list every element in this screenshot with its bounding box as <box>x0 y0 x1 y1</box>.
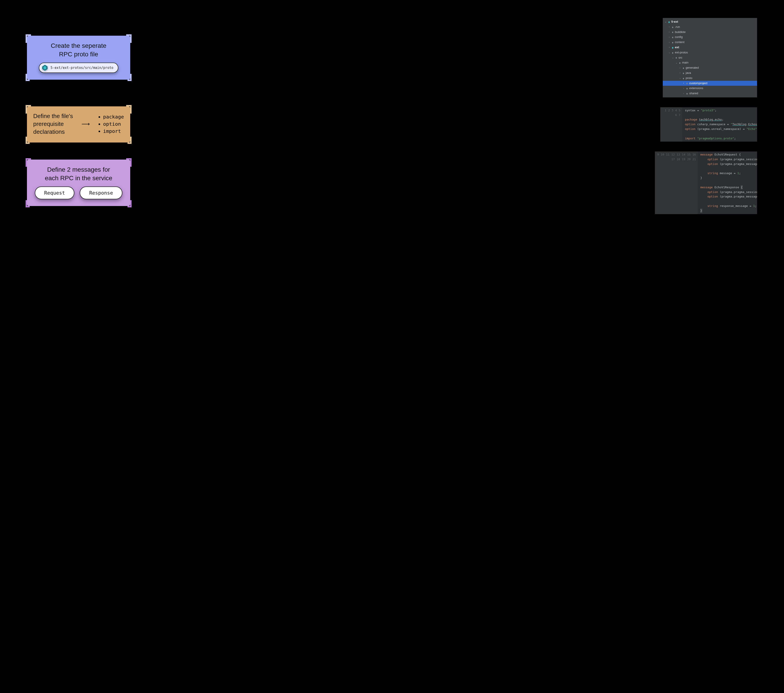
gutter: 9 10 11 12 13 14 15 16 17 18 19 20 21 <box>655 151 698 214</box>
tree-label: 5-ext <box>671 20 678 24</box>
tree-item-java[interactable]: ›∎java <box>663 71 757 76</box>
card-messages: Define 2 messages for each RPC in the se… <box>27 159 130 206</box>
tree-item-extensions[interactable]: ›∎extensions <box>663 86 757 91</box>
folder-icon: ∎ <box>686 87 688 90</box>
tree-item-5-ext[interactable]: ⌄∎5-ext <box>663 19 757 25</box>
tree-item-content[interactable]: ›∎content <box>663 40 757 45</box>
folder-icon: ∎ <box>672 46 674 49</box>
bullet-import: import <box>103 128 124 135</box>
tree-item-.run[interactable]: ›∎.run <box>663 25 757 30</box>
chevron-right-icon: › <box>682 92 685 95</box>
chevron-right-icon: › <box>679 71 681 75</box>
tree-item-customproject[interactable]: ›∎customproject <box>663 81 757 86</box>
card-create-proto: Create the seperate RPC proto file 5-ext… <box>27 36 130 80</box>
tree-label: extensions <box>689 86 703 91</box>
tree-label: config <box>675 35 683 39</box>
tree-label: java <box>686 71 691 76</box>
row-create-proto: Create the seperate RPC proto file 5-ext… <box>27 18 757 97</box>
folder-icon: ∎ <box>672 36 674 39</box>
code-body: message EchoV1Request { option (pragma.p… <box>698 151 757 214</box>
folder-icon: ∎ <box>682 72 684 74</box>
tree-label: buildkite <box>675 30 686 34</box>
code-body: syntax = "proto3"; package techblog.echo… <box>682 107 757 142</box>
tree-label: shared <box>689 91 698 96</box>
chevron-down-icon: ⌄ <box>675 61 678 65</box>
tree-item-ext-protos[interactable]: ⌄∎ext-protos <box>663 50 757 55</box>
tree-item-shared[interactable]: ›∎shared <box>663 91 757 96</box>
chevron-right-icon: › <box>668 36 670 39</box>
chevron-down-icon: ⌄ <box>679 76 681 80</box>
tree-label: generated <box>686 66 699 70</box>
folder-icon: ∎ <box>686 82 688 85</box>
code-editor-header: 1 2 3 4 5 6 7 syntax = "proto3"; package… <box>660 107 757 142</box>
tree-label: content <box>675 40 685 45</box>
response-pill: Response <box>80 187 122 199</box>
gem-icon <box>41 64 48 71</box>
request-pill: Request <box>35 187 74 199</box>
path-pill: 5-ext/ext-protos/src/main/proto <box>39 62 118 73</box>
gutter: 1 2 3 4 5 6 7 <box>660 107 682 142</box>
bullet-option: option <box>103 120 124 128</box>
path-text: 5-ext/ext-protos/src/main/proto <box>51 66 114 70</box>
folder-icon: ∎ <box>682 77 684 80</box>
card1-title-l2: RPC proto file <box>59 51 98 57</box>
folder-icon: ∎ <box>672 41 674 44</box>
tree-label: proto <box>686 76 692 80</box>
tree-label: customproject <box>689 81 707 86</box>
row-prerequisites: Define the file's prerequisite declarati… <box>27 107 757 143</box>
ide-file-tree: ⌄∎5-ext›∎.run›∎buildkite›∎config›∎conten… <box>663 18 757 97</box>
chevron-right-icon: › <box>668 30 670 34</box>
tree-item-config[interactable]: ›∎config <box>663 34 757 40</box>
tree-label: src <box>679 56 682 60</box>
folder-icon: ∎ <box>679 61 681 64</box>
chevron-right-icon: › <box>668 46 670 49</box>
chevron-right-icon: › <box>679 66 681 70</box>
card1-title-l1: Create the seperate <box>51 42 106 49</box>
bullet-package: package <box>103 113 124 120</box>
folder-icon: ∎ <box>686 92 688 95</box>
chevron-down-icon: ⌄ <box>668 51 670 54</box>
tree-label: ext <box>675 45 679 50</box>
tree-label: ext-protos <box>675 50 688 55</box>
card-prereq: Define the file's prerequisite declarati… <box>27 107 130 143</box>
chevron-down-icon: ⌄ <box>665 20 667 23</box>
row-messages: Define 2 messages for each RPC in the se… <box>27 151 757 214</box>
chevron-right-icon: › <box>682 82 685 85</box>
chevron-down-icon: ⌄ <box>672 56 674 59</box>
folder-icon: ∎ <box>675 56 677 59</box>
tree-item-src[interactable]: ⌄∎src <box>663 55 757 60</box>
tree-label: .run <box>675 25 680 30</box>
folder-icon: ∎ <box>672 31 674 33</box>
tree-item-buildkite[interactable]: ›∎buildkite <box>663 30 757 35</box>
chevron-right-icon: › <box>668 25 670 29</box>
card1-title: Create the seperate RPC proto file <box>33 41 124 59</box>
card2-text: Define the file's prerequisite declarati… <box>33 112 73 136</box>
tree-item-ext[interactable]: ›∎ext <box>663 45 757 50</box>
bullet-list: packageoptionimport <box>98 113 124 135</box>
folder-icon: ∎ <box>672 26 674 28</box>
tree-item-proto[interactable]: ⌄∎proto <box>663 76 757 81</box>
tree-item-generated[interactable]: ›∎generated <box>663 65 757 71</box>
card3-title: Define 2 messages for each RPC in the se… <box>33 166 124 182</box>
chevron-right-icon: › <box>682 87 685 90</box>
folder-icon: ∎ <box>672 51 674 54</box>
arrow-icon: ⟶ <box>81 120 90 128</box>
tree-item-main[interactable]: ⌄∎main <box>663 60 757 65</box>
tree-label: main <box>682 60 688 65</box>
folder-icon: ∎ <box>668 20 670 23</box>
chevron-right-icon: › <box>668 41 670 44</box>
folder-icon: ∎ <box>682 66 684 69</box>
code-editor-messages: 9 10 11 12 13 14 15 16 17 18 19 20 21 me… <box>655 151 757 214</box>
